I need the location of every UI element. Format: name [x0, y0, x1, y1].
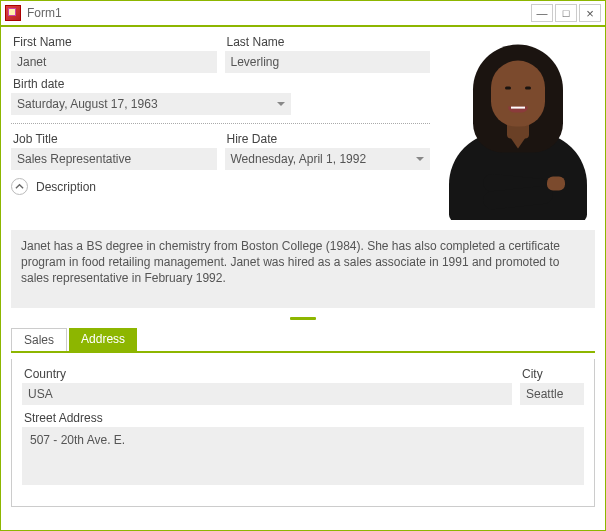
maximize-button[interactable]: □	[555, 4, 577, 22]
last-name-input[interactable]: Leverling	[225, 51, 431, 73]
street-value: 507 - 20th Ave. E.	[30, 433, 125, 447]
job-title-label: Job Title	[11, 132, 217, 146]
last-name-value: Leverling	[231, 55, 280, 69]
collapse-description-button[interactable]	[11, 178, 28, 195]
minimize-button[interactable]: —	[531, 4, 553, 22]
app-icon	[5, 5, 21, 21]
country-input[interactable]: USA	[22, 383, 512, 405]
splitter[interactable]	[11, 314, 595, 322]
country-label: Country	[22, 367, 512, 381]
birth-date-value: Saturday, August 17, 1963	[17, 97, 158, 111]
hire-date-value: Wednesday, April 1, 1992	[231, 152, 367, 166]
title-bar: Form1 — □ ×	[1, 1, 605, 27]
close-button[interactable]: ×	[579, 4, 601, 22]
last-name-label: Last Name	[225, 35, 431, 49]
street-label: Street Address	[22, 411, 584, 425]
chevron-down-icon	[416, 157, 424, 161]
description-text[interactable]: Janet has a BS degree in chemistry from …	[11, 230, 595, 308]
job-title-value: Sales Representative	[17, 152, 131, 166]
hire-date-picker[interactable]: Wednesday, April 1, 1992	[225, 148, 431, 170]
window-title: Form1	[27, 6, 62, 20]
street-input[interactable]: 507 - 20th Ave. E.	[22, 427, 584, 485]
chevron-down-icon	[277, 102, 285, 106]
chevron-up-icon	[15, 182, 24, 191]
job-title-input[interactable]: Sales Representative	[11, 148, 217, 170]
tab-strip: Sales Address	[11, 328, 595, 353]
splitter-grip-icon	[290, 317, 316, 320]
first-name-input[interactable]: Janet	[11, 51, 217, 73]
employee-photo	[440, 35, 595, 220]
description-label: Description	[34, 180, 96, 194]
first-name-label: First Name	[11, 35, 217, 49]
section-divider	[11, 123, 430, 124]
city-value: Seattle	[526, 387, 563, 401]
description-value: Janet has a BS degree in chemistry from …	[21, 239, 560, 285]
country-value: USA	[28, 387, 53, 401]
birth-date-label: Birth date	[11, 77, 430, 91]
tab-address[interactable]: Address	[69, 328, 137, 351]
tab-sales[interactable]: Sales	[11, 328, 67, 351]
address-panel: Country USA City Seattle Street Address …	[11, 359, 595, 507]
first-name-value: Janet	[17, 55, 46, 69]
city-label: City	[520, 367, 584, 381]
birth-date-picker[interactable]: Saturday, August 17, 1963	[11, 93, 291, 115]
hire-date-label: Hire Date	[225, 132, 431, 146]
city-input[interactable]: Seattle	[520, 383, 584, 405]
